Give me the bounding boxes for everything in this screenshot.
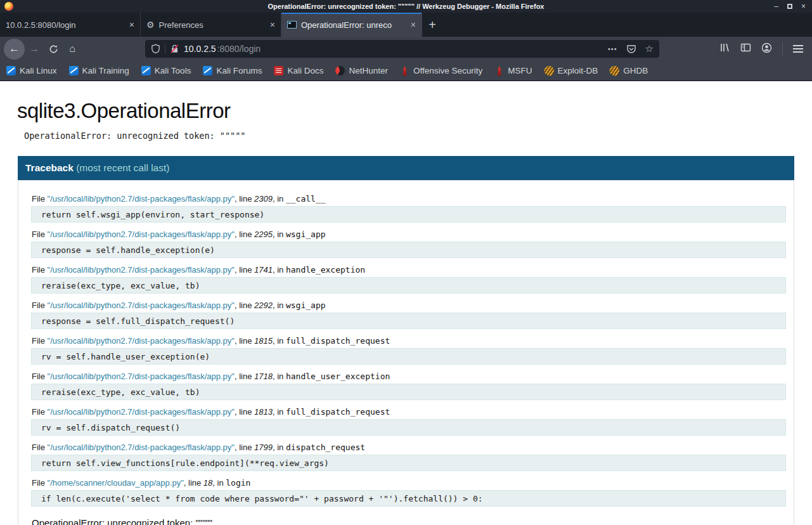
frame-file-line: File "/usr/local/lib/python2.7/dist-pack… — [32, 230, 786, 239]
window-title: OperationalError: unrecognized token: ""… — [0, 3, 812, 10]
traceback-frame: File "/home/scanner/cloudav_app/app.py",… — [31, 478, 786, 507]
frame-function-name: wsgi_app — [286, 301, 326, 310]
frame-source-line[interactable]: response = self.handle_exception(e) — [31, 242, 786, 258]
frame-function-name: wsgi_app — [286, 230, 326, 239]
offensive-security-icon — [400, 66, 409, 75]
frame-file-path[interactable]: "/home/scanner/cloudav_app/app.py" — [48, 478, 184, 488]
tab-close-icon[interactable]: × — [129, 20, 134, 29]
account-icon[interactable] — [761, 42, 772, 56]
bookmark-kali-linux[interactable]: Kali Linux — [6, 66, 57, 75]
pocket-icon[interactable] — [626, 44, 636, 54]
frame-source-line[interactable]: return self.wsgi_app(environ, start_resp… — [31, 206, 786, 223]
frame-file-path[interactable]: "/usr/local/lib/python2.7/dist-packages/… — [48, 194, 235, 204]
werkzeug-console-icon — [287, 21, 297, 29]
frame-function-name: full_dispatch_request — [286, 407, 390, 417]
traceback-frame: File "/usr/local/lib/python2.7/dist-pack… — [31, 336, 786, 365]
frame-file-path[interactable]: "/usr/local/lib/python2.7/dist-packages/… — [48, 407, 235, 417]
frame-source-line[interactable]: rv = self.dispatch_request() — [31, 419, 786, 436]
bookmark-kali-tools[interactable]: Kali Tools — [141, 66, 191, 75]
kali-dragon-icon — [141, 66, 151, 75]
bookmark-nethunter[interactable]: NetHunter — [335, 66, 388, 75]
tab-preferences[interactable]: ⚙ Preferences × — [141, 13, 281, 37]
traceback-frame: File "/usr/local/lib/python2.7/dist-pack… — [31, 443, 786, 471]
tab-operational-error[interactable]: OperationalError: unreco × — [281, 13, 422, 37]
frame-line-number: 1718 — [254, 372, 273, 381]
back-button[interactable]: ← — [4, 39, 25, 60]
frame-line-number: 1815 — [254, 336, 273, 346]
tab-close-icon[interactable]: × — [411, 20, 416, 29]
url-host: 10.0.2.5 — [184, 44, 216, 54]
bookmarks-toolbar: Kali Linux Kali Training Kali Tools Kali… — [0, 61, 812, 81]
bookmark-kali-forums[interactable]: Kali Forums — [203, 66, 262, 75]
frame-file-path[interactable]: "/usr/local/lib/python2.7/dist-packages/… — [48, 301, 235, 310]
frame-source-line[interactable]: reraise(exc_type, exc_value, tb) — [31, 277, 786, 294]
exploit-db-wasp-icon — [543, 64, 556, 77]
url-path: :8080/login — [217, 44, 261, 54]
page-actions-icon[interactable]: ••• — [608, 45, 617, 53]
frame-function-name: handle_user_exception — [286, 372, 390, 381]
bookmark-kali-docs[interactable]: Kali Docs — [274, 66, 323, 75]
urlbar-divider — [165, 44, 165, 54]
frame-file-path[interactable]: "/usr/local/lib/python2.7/dist-packages/… — [48, 372, 235, 381]
frame-source-line[interactable]: if len(c.execute('select * from code whe… — [31, 490, 786, 507]
frame-source-line[interactable]: rv = self.handle_user_exception(e) — [31, 348, 786, 365]
traceback-frame: File "/usr/local/lib/python2.7/dist-pack… — [31, 194, 786, 223]
frame-function-name: __call__ — [286, 194, 326, 204]
maximize-button[interactable] — [787, 3, 792, 10]
frame-file-path[interactable]: "/usr/local/lib/python2.7/dist-packages/… — [48, 336, 235, 346]
frame-file-line: File "/usr/local/lib/python2.7/dist-pack… — [32, 336, 786, 346]
kali-dragon-icon — [69, 66, 79, 75]
bookmark-msfu[interactable]: MSFU — [494, 66, 532, 75]
tab-label: 10.0.2.5:8080/login — [6, 20, 125, 30]
frame-function-name: full_dispatch_request — [286, 336, 390, 346]
tab-login-page[interactable]: 10.0.2.5:8080/login × — [0, 13, 141, 37]
frame-file-path[interactable]: "/usr/local/lib/python2.7/dist-packages/… — [48, 230, 235, 239]
frame-line-number: 1799 — [254, 443, 273, 452]
tab-close-icon[interactable]: × — [270, 20, 275, 29]
bookmark-exploit-db[interactable]: Exploit-DB — [545, 66, 598, 75]
ghdb-wasp-icon — [608, 64, 621, 77]
navigation-toolbar: ← → ⌂ 10.0.2.5:8080/login ••• — [0, 37, 812, 61]
frame-line-number: 1813 — [254, 407, 273, 417]
frame-function-name: dispatch_request — [286, 443, 365, 452]
firefox-logo-icon — [4, 2, 13, 11]
frame-file-line: File "/usr/local/lib/python2.7/dist-pack… — [32, 301, 786, 310]
close-button[interactable]: × — [801, 3, 806, 10]
frame-file-path[interactable]: "/usr/local/lib/python2.7/dist-packages/… — [48, 265, 235, 275]
kali-dragon-icon — [203, 66, 212, 75]
traceback-body: File "/usr/local/lib/python2.7/dist-pack… — [18, 180, 794, 525]
menu-icon[interactable] — [793, 45, 803, 53]
maximize-icon — [787, 4, 792, 9]
bookmark-ghdb[interactable]: GHDB — [610, 66, 648, 75]
frame-source-line[interactable]: response = self.full_dispatch_request() — [31, 313, 786, 329]
forward-button[interactable]: → — [25, 39, 44, 58]
bookmark-star-icon[interactable]: ☆ — [645, 43, 654, 55]
frame-line-number: 2295 — [254, 230, 273, 239]
traceback-frame: File "/usr/local/lib/python2.7/dist-pack… — [31, 230, 786, 258]
frame-file-path[interactable]: "/usr/local/lib/python2.7/dist-packages/… — [48, 443, 235, 452]
tracking-shield-icon[interactable] — [151, 44, 160, 54]
frame-function-name: handle_exception — [286, 265, 365, 275]
insecure-lock-icon[interactable] — [170, 44, 179, 54]
reload-button[interactable] — [44, 39, 63, 58]
url-bar[interactable]: 10.0.2.5:8080/login ••• ☆ — [145, 40, 659, 58]
traceback-subtitle: (most recent call last) — [76, 162, 169, 173]
sidebar-icon[interactable] — [740, 42, 751, 55]
bookmark-kali-training[interactable]: Kali Training — [69, 66, 129, 75]
frame-source-line[interactable]: return self.view_functions[rule.endpoint… — [31, 455, 786, 471]
frame-line-number: 2292 — [254, 301, 273, 310]
error-detail[interactable]: OperationalError: unrecognized token: ""… — [24, 131, 812, 141]
frame-source-line[interactable]: reraise(exc_type, exc_value, tb) — [31, 384, 786, 400]
frame-file-line: File "/home/scanner/cloudav_app/app.py",… — [32, 478, 786, 488]
reload-icon — [49, 44, 58, 54]
traceback-frame: File "/usr/local/lib/python2.7/dist-pack… — [31, 301, 786, 329]
tab-label: Preferences — [159, 20, 266, 30]
home-button[interactable]: ⌂ — [63, 39, 82, 58]
page-title: sqlite3.OperationalError — [17, 99, 812, 123]
bookmark-offensive-security[interactable]: Offensive Security — [400, 66, 482, 75]
new-tab-button[interactable]: + — [422, 13, 442, 37]
minimize-button[interactable]: – — [774, 3, 778, 10]
library-icon[interactable] — [719, 42, 730, 55]
final-error-message: OperationalError: unrecognized token: ""… — [32, 517, 786, 525]
gear-icon: ⚙ — [146, 20, 155, 29]
